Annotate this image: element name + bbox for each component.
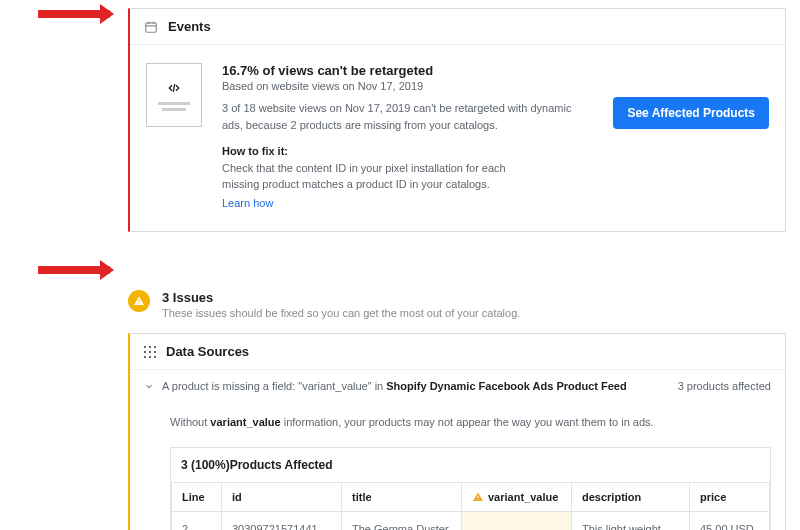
cell-id: 30309721571441 bbox=[222, 511, 342, 530]
svg-rect-12 bbox=[478, 495, 479, 498]
annotation-arrow-1 bbox=[38, 10, 110, 18]
svg-rect-2 bbox=[139, 303, 140, 304]
code-icon bbox=[164, 80, 184, 96]
col-variant-value: variant_value bbox=[462, 482, 572, 511]
svg-rect-11 bbox=[154, 356, 156, 358]
data-sources-title: Data Sources bbox=[166, 344, 249, 359]
fix-label: How to fix it: bbox=[222, 145, 288, 157]
svg-rect-8 bbox=[154, 351, 156, 353]
col-description: description bbox=[572, 482, 690, 511]
cell-price: 45.00 USD bbox=[690, 511, 770, 530]
issues-subtitle: These issues should be fixed so you can … bbox=[162, 307, 520, 319]
svg-rect-9 bbox=[144, 356, 146, 358]
cell-line: 2 bbox=[172, 511, 222, 530]
events-based-on: Based on website views on Nov 17, 2019 bbox=[222, 80, 593, 92]
cell-variant-value bbox=[462, 511, 572, 530]
events-text: 16.7% of views can't be retargeted Based… bbox=[222, 63, 593, 211]
pixel-thumbnail bbox=[146, 63, 202, 127]
issues-header: 3 Issues These issues should be fixed so… bbox=[128, 290, 786, 319]
annotation-arrow-2 bbox=[38, 266, 110, 274]
table-row: 2 30309721571441 The Gemma Duster This l… bbox=[172, 511, 770, 530]
events-fix: How to fix it: Check that the content ID… bbox=[222, 143, 542, 211]
svg-rect-0 bbox=[146, 22, 157, 31]
cell-title: The Gemma Duster bbox=[342, 511, 462, 530]
data-sources-header: Data Sources bbox=[130, 334, 785, 370]
col-id: id bbox=[222, 482, 342, 511]
col-title: title bbox=[342, 482, 462, 511]
svg-rect-10 bbox=[149, 356, 151, 358]
calendar-icon bbox=[144, 20, 158, 34]
svg-rect-3 bbox=[144, 346, 146, 348]
table-header-row: Line id title variant_value description … bbox=[172, 482, 770, 511]
data-sources-card: Data Sources A product is missing a fiel… bbox=[128, 333, 786, 530]
events-card: Events 16.7% of views can't be retargete… bbox=[128, 8, 786, 232]
chevron-down-icon bbox=[144, 381, 154, 391]
learn-how-link[interactable]: Learn how bbox=[222, 195, 273, 212]
issue-affected-count: 3 products affected bbox=[678, 380, 771, 392]
svg-rect-13 bbox=[478, 498, 479, 499]
issue-row-text: A product is missing a field: "variant_v… bbox=[162, 380, 627, 392]
events-description: 3 of 18 website views on Nov 17, 2019 ca… bbox=[222, 100, 593, 133]
issue-detail: Without variant_value information, your … bbox=[130, 402, 785, 431]
svg-rect-6 bbox=[144, 351, 146, 353]
issues-title: 3 Issues bbox=[162, 290, 520, 305]
col-line: Line bbox=[172, 482, 222, 511]
svg-rect-1 bbox=[139, 300, 140, 303]
events-body: 16.7% of views can't be retargeted Based… bbox=[130, 45, 785, 231]
events-headline: 16.7% of views can't be retargeted bbox=[222, 63, 593, 78]
events-title: Events bbox=[168, 19, 211, 34]
col-price: price bbox=[690, 482, 770, 511]
affected-products-block: 3 (100%)Products Affected Line id title … bbox=[170, 447, 771, 531]
warning-icon bbox=[128, 290, 150, 312]
warning-icon bbox=[472, 491, 484, 503]
grid-icon bbox=[144, 346, 156, 358]
cell-description: This light weight plaid duster is one of… bbox=[572, 511, 690, 530]
events-section-header: Events bbox=[130, 9, 785, 45]
issue-row[interactable]: A product is missing a field: "variant_v… bbox=[130, 370, 785, 402]
fix-text: Check that the content ID in your pixel … bbox=[222, 162, 506, 191]
affected-products-table: Line id title variant_value description … bbox=[171, 482, 770, 531]
svg-rect-5 bbox=[154, 346, 156, 348]
affected-products-title: 3 (100%)Products Affected bbox=[171, 448, 770, 482]
svg-rect-4 bbox=[149, 346, 151, 348]
svg-rect-7 bbox=[149, 351, 151, 353]
see-affected-products-button[interactable]: See Affected Products bbox=[613, 97, 769, 129]
